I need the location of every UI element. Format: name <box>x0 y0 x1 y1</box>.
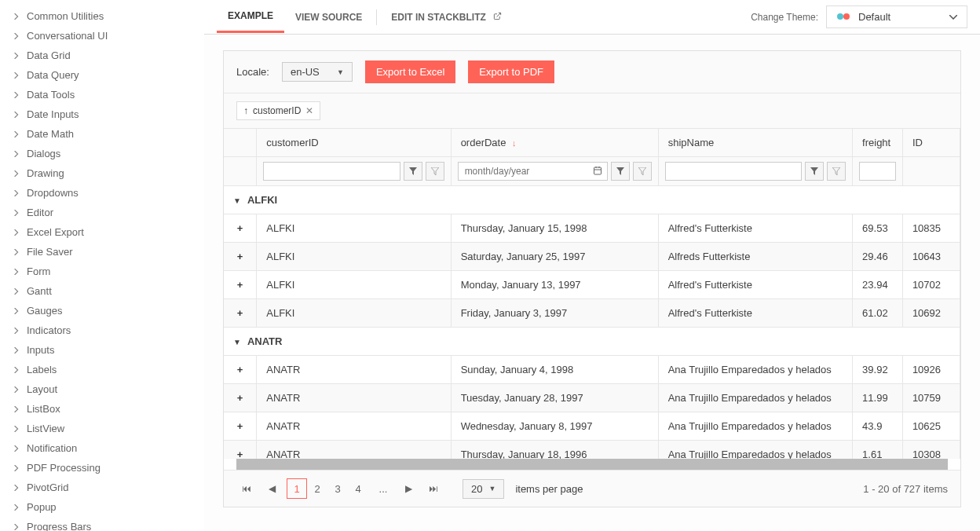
page-size-value: 20 <box>471 483 482 495</box>
locale-dropdown[interactable]: en-US ▼ <box>282 62 353 82</box>
header-freight[interactable]: freight <box>853 129 903 157</box>
cell-customerid: ANATR <box>257 356 451 384</box>
filter-clear-icon[interactable] <box>426 162 444 181</box>
sidebar-item[interactable]: Gauges <box>0 301 204 320</box>
external-link-icon <box>493 12 502 23</box>
sidebar-item[interactable]: Conversational UI <box>0 26 204 46</box>
sidebar-item[interactable]: Editor <box>0 203 204 222</box>
chevron-right-icon <box>13 248 20 256</box>
export-pdf-button[interactable]: Export to PDF <box>468 60 554 83</box>
collapse-icon[interactable]: ▼ <box>233 338 241 346</box>
sidebar-item[interactable]: ListView <box>0 419 204 438</box>
group-header-row[interactable]: ▼ANATR <box>224 328 960 356</box>
expand-row-icon[interactable]: + <box>237 449 243 459</box>
filter-customerid-input[interactable] <box>263 162 400 181</box>
calendar-icon[interactable] <box>593 166 602 178</box>
expand-row-icon[interactable]: + <box>237 307 243 319</box>
sidebar-item[interactable]: Data Grid <box>0 46 204 65</box>
sidebar-item[interactable]: Inputs <box>0 340 204 360</box>
sidebar-item[interactable]: Notification <box>0 438 204 458</box>
sidebar-item[interactable]: Data Tools <box>0 85 204 104</box>
group-header-row[interactable]: ▼ALFKI <box>224 186 960 214</box>
expand-row-icon[interactable]: + <box>237 364 243 375</box>
remove-group-icon[interactable]: ✕ <box>305 105 313 116</box>
page-size-dropdown[interactable]: 20 ▼ <box>463 479 504 499</box>
filter-icon[interactable] <box>805 162 824 181</box>
page-size-label: items per page <box>515 483 583 495</box>
pager-first-button[interactable]: ⏮ <box>236 478 257 499</box>
sidebar-item[interactable]: Labels <box>0 360 204 379</box>
page-number[interactable]: 1 <box>287 478 307 499</box>
chevron-right-icon <box>13 170 20 178</box>
filter-clear-icon[interactable] <box>827 162 846 181</box>
theme-dropdown[interactable]: Default <box>826 5 967 28</box>
sidebar-item-label: Date Inputs <box>27 108 79 120</box>
sidebar-item[interactable]: ListBox <box>0 399 204 419</box>
main-content: EXAMPLE VIEW SOURCE EDIT IN STACKBLITZ C… <box>204 0 980 531</box>
cell-customerid: ANATR <box>257 384 451 412</box>
sidebar-item[interactable]: PDF Processing <box>0 458 204 478</box>
sidebar-item[interactable]: Dropdowns <box>0 183 204 203</box>
sidebar-item[interactable]: Gantt <box>0 281 204 301</box>
sidebar-item[interactable]: Drawing <box>0 163 204 183</box>
sidebar-item[interactable]: Form <box>0 262 204 281</box>
page-number[interactable]: 4 <box>348 478 368 499</box>
horizontal-scrollbar[interactable] <box>236 459 948 470</box>
chevron-right-icon <box>13 327 20 335</box>
header-orderdate[interactable]: orderDate ↓ <box>451 129 658 157</box>
sidebar-item[interactable]: Popup <box>0 497 204 517</box>
sidebar-item[interactable]: Layout <box>0 379 204 399</box>
expand-row-icon[interactable]: + <box>237 222 243 234</box>
sidebar-item-label: ListView <box>27 423 64 434</box>
expand-row-icon[interactable]: + <box>237 251 243 262</box>
chevron-right-icon <box>13 287 20 295</box>
collapse-icon[interactable]: ▼ <box>233 196 241 205</box>
filter-shipname-input[interactable] <box>665 162 802 181</box>
header-expand <box>224 129 257 157</box>
sidebar-item-label: File Saver <box>27 246 73 258</box>
tab-example[interactable]: EXAMPLE <box>217 1 284 33</box>
sidebar-item[interactable]: Data Query <box>0 65 204 85</box>
expand-row-icon[interactable]: + <box>237 392 243 404</box>
tab-view-source[interactable]: VIEW SOURCE <box>284 2 373 32</box>
header-shipname[interactable]: shipName <box>658 129 852 157</box>
sidebar-item[interactable]: Dialogs <box>0 144 204 163</box>
cell-orderdate: Thursday, January 18, 1996 <box>451 441 658 460</box>
sidebar-item[interactable]: File Saver <box>0 242 204 262</box>
group-chip-customerid[interactable]: ↑ customerID ✕ <box>236 101 320 120</box>
grouping-panel[interactable]: ↑ customerID ✕ <box>224 93 960 129</box>
tab-edit-stackblitz[interactable]: EDIT IN STACKBLITZ <box>380 2 513 32</box>
grid-scroll[interactable]: customerID orderDate ↓ shipName freight … <box>224 129 960 459</box>
table-row: +ANATRSunday, January 4, 1998Ana Trujill… <box>224 356 960 384</box>
expand-row-icon[interactable]: + <box>237 279 243 291</box>
page-number[interactable]: 2 <box>307 478 327 499</box>
filter-orderdate-input[interactable] <box>463 164 593 178</box>
filter-date-wrapper[interactable] <box>458 162 608 181</box>
sidebar-item[interactable]: PivotGrid <box>0 478 204 497</box>
filter-icon[interactable] <box>611 162 630 181</box>
header-customerid[interactable]: customerID <box>257 129 451 157</box>
chevron-right-icon <box>13 52 20 60</box>
filter-freight-input[interactable] <box>859 162 896 181</box>
page-number[interactable]: 3 <box>327 478 348 499</box>
sidebar-item-label: PDF Processing <box>27 462 101 474</box>
filter-icon[interactable] <box>404 162 422 181</box>
cell-orderdate: Wednesday, January 8, 1997 <box>451 412 658 441</box>
sidebar-item[interactable]: Date Math <box>0 124 204 144</box>
pager-next-button[interactable]: ▶ <box>398 478 419 499</box>
sort-asc-icon: ↑ <box>243 105 248 116</box>
export-excel-button[interactable]: Export to Excel <box>365 60 455 83</box>
expand-row-icon[interactable]: + <box>237 420 243 432</box>
sidebar-item[interactable]: Excel Export <box>0 222 204 242</box>
sidebar-item[interactable]: Date Inputs <box>0 104 204 124</box>
filter-clear-icon[interactable] <box>633 162 652 181</box>
pager-prev-button[interactable]: ◀ <box>261 478 282 499</box>
sidebar-item[interactable]: Common Utilities <box>0 6 204 26</box>
sidebar-item-label: Dialogs <box>27 148 60 159</box>
sidebar-item[interactable]: Progress Bars <box>0 517 204 531</box>
chevron-down-icon <box>949 13 957 21</box>
sidebar-item[interactable]: Indicators <box>0 320 204 340</box>
pager-last-button[interactable]: ⏭ <box>423 478 444 499</box>
sort-desc-icon: ↓ <box>512 138 517 148</box>
header-id[interactable]: ID <box>902 129 960 157</box>
